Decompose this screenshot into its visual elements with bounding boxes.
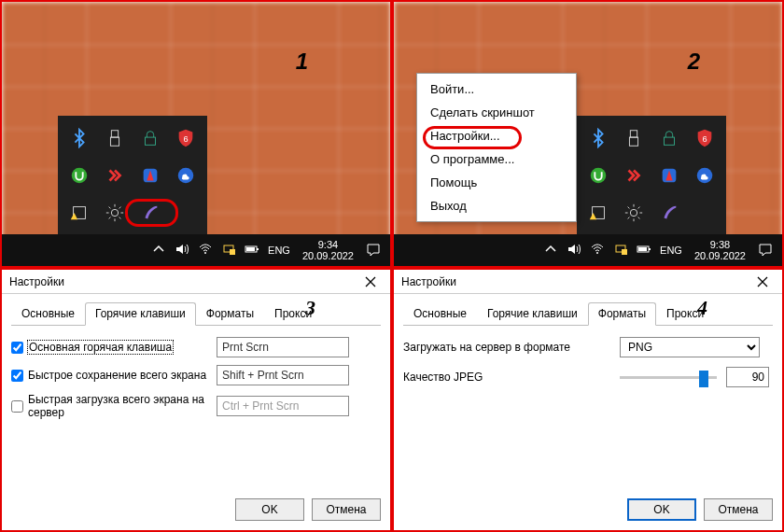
tab-Основные[interactable]: Основные xyxy=(11,302,85,326)
hotkey-input xyxy=(217,396,349,416)
hotkey-checkbox-label[interactable]: Основная горячая клавиша xyxy=(11,341,207,354)
warning-icon[interactable] xyxy=(62,194,97,231)
svg-point-8 xyxy=(111,209,118,216)
settings-dialog: Настройки 4 ОсновныеГорячие клавишиФорма… xyxy=(394,270,782,530)
network-icon[interactable] xyxy=(613,242,628,259)
clock[interactable]: 9:38 20.09.2022 xyxy=(694,239,746,261)
hotkey-input[interactable] xyxy=(217,365,349,385)
chevron-up-icon[interactable] xyxy=(151,242,166,259)
battery-icon[interactable] xyxy=(245,242,259,259)
lock-icon[interactable] xyxy=(133,119,168,157)
close-button[interactable] xyxy=(747,273,778,291)
tabstrip: ОсновныеГорячие клавишиФорматыПрокси xyxy=(403,301,773,326)
menu-item[interactable]: Сделать скриншот xyxy=(417,101,576,124)
tabstrip: ОсновныеГорячие клавишиФорматыПрокси xyxy=(11,301,381,326)
titlebar: Настройки xyxy=(2,270,390,294)
cloud-icon[interactable] xyxy=(687,157,722,194)
tab-Форматы[interactable]: Форматы xyxy=(196,302,264,326)
tab-Прокси[interactable]: Прокси xyxy=(264,302,322,326)
svg-point-24 xyxy=(596,252,598,254)
svg-rect-16 xyxy=(629,137,637,146)
menu-item[interactable]: Выход xyxy=(417,194,576,217)
clock-time: 9:38 xyxy=(694,239,746,250)
anydesk-icon[interactable] xyxy=(616,157,651,194)
jpeg-quality-slider[interactable] xyxy=(620,368,717,386)
svg-rect-26 xyxy=(622,249,627,255)
clock[interactable]: 9:34 20.09.2022 xyxy=(302,239,354,261)
svg-rect-11 xyxy=(230,249,235,255)
svg-point-23 xyxy=(630,209,637,216)
checkbox-text: Быстрое сохранение всего экрана xyxy=(28,369,206,382)
taskbar: ENG 9:34 20.09.2022 xyxy=(2,234,390,266)
speaker-icon[interactable] xyxy=(175,242,189,259)
jpeg-quality-input[interactable] xyxy=(726,367,769,387)
wifi-icon[interactable] xyxy=(198,242,213,259)
svg-rect-29 xyxy=(638,247,647,251)
hotkey-checkbox[interactable] xyxy=(11,370,23,382)
shield-badge-icon[interactable]: 6 xyxy=(168,119,203,157)
annotation-ring xyxy=(423,126,522,149)
action-center-icon[interactable] xyxy=(362,239,385,261)
cancel-button[interactable]: Отмена xyxy=(312,498,381,521)
gear-icon[interactable] xyxy=(616,194,651,231)
tab-Основные[interactable]: Основные xyxy=(403,302,477,326)
wifi-icon[interactable] xyxy=(590,242,605,259)
hotkey-checkbox-label[interactable]: Быстрое сохранение всего экрана xyxy=(11,369,207,382)
tray-overflow-popup[interactable]: 6 xyxy=(577,116,726,235)
tab-Прокси[interactable]: Прокси xyxy=(656,302,714,326)
speaker-icon[interactable] xyxy=(567,242,581,259)
usb-icon[interactable] xyxy=(616,119,651,157)
shield-badge-icon[interactable]: 6 xyxy=(687,119,722,157)
warning-icon[interactable] xyxy=(581,194,616,231)
cloud-icon[interactable] xyxy=(168,157,203,194)
hotkey-checkbox[interactable] xyxy=(11,400,23,413)
svg-rect-1 xyxy=(110,137,119,146)
clock-date: 20.09.2022 xyxy=(302,250,354,261)
clock-time: 9:34 xyxy=(302,239,354,250)
chevron-up-icon[interactable] xyxy=(543,242,558,259)
anydesk-icon[interactable] xyxy=(97,157,133,194)
step-number: 2 xyxy=(688,50,700,73)
ok-button[interactable]: OK xyxy=(235,498,304,521)
taskbar: ENG 9:38 20.09.2022 xyxy=(394,234,782,266)
panel-3: Настройки 3 ОсновныеГорячие клавишиФорма… xyxy=(0,268,392,532)
input-language[interactable]: ENG xyxy=(660,245,682,256)
feather-icon[interactable] xyxy=(651,194,687,231)
settings-dialog: Настройки 3 ОсновныеГорячие клавишиФорма… xyxy=(2,270,390,530)
bluetooth-icon[interactable] xyxy=(62,119,97,157)
tab-Форматы[interactable]: Форматы xyxy=(588,302,656,326)
clock-date: 20.09.2022 xyxy=(694,250,746,261)
hotkey-checkbox[interactable] xyxy=(11,342,23,354)
cancel-button[interactable]: Отмена xyxy=(704,498,773,521)
menu-item[interactable]: О программе... xyxy=(417,147,576,171)
action-center-icon[interactable] xyxy=(754,239,777,261)
network-icon[interactable] xyxy=(221,242,236,259)
input-language[interactable]: ENG xyxy=(268,245,290,256)
browser-icon[interactable] xyxy=(133,157,168,194)
tab-Горячие клавиши[interactable]: Горячие клавиши xyxy=(85,302,196,326)
lock-icon[interactable] xyxy=(651,119,687,157)
utorrent-icon[interactable] xyxy=(62,157,97,194)
bluetooth-icon[interactable] xyxy=(581,119,616,157)
svg-rect-2 xyxy=(146,137,156,145)
usb-icon[interactable] xyxy=(97,119,133,157)
tab-Горячие клавиши[interactable]: Горячие клавиши xyxy=(477,302,588,326)
svg-point-9 xyxy=(204,252,206,254)
ok-button[interactable]: OK xyxy=(627,498,696,521)
svg-point-4 xyxy=(72,168,88,184)
annotation-ring xyxy=(125,199,178,227)
menu-item[interactable]: Помощь xyxy=(417,171,576,194)
upload-format-select[interactable]: PNG xyxy=(620,337,760,357)
battery-icon[interactable] xyxy=(637,242,651,259)
hotkey-input[interactable] xyxy=(217,337,349,357)
close-button[interactable] xyxy=(355,273,386,291)
hotkey-checkbox-label[interactable]: Быстрая загрузка всего экрана на сервер xyxy=(11,393,207,419)
svg-rect-14 xyxy=(246,247,255,251)
step-number: 1 xyxy=(296,50,308,73)
browser-icon[interactable] xyxy=(651,157,687,194)
svg-rect-28 xyxy=(649,248,651,250)
panel-4: Настройки 4 ОсновныеГорячие клавишиФорма… xyxy=(392,268,784,532)
utorrent-icon[interactable] xyxy=(581,157,616,194)
svg-point-19 xyxy=(591,168,607,184)
menu-item[interactable]: Войти... xyxy=(417,77,576,101)
